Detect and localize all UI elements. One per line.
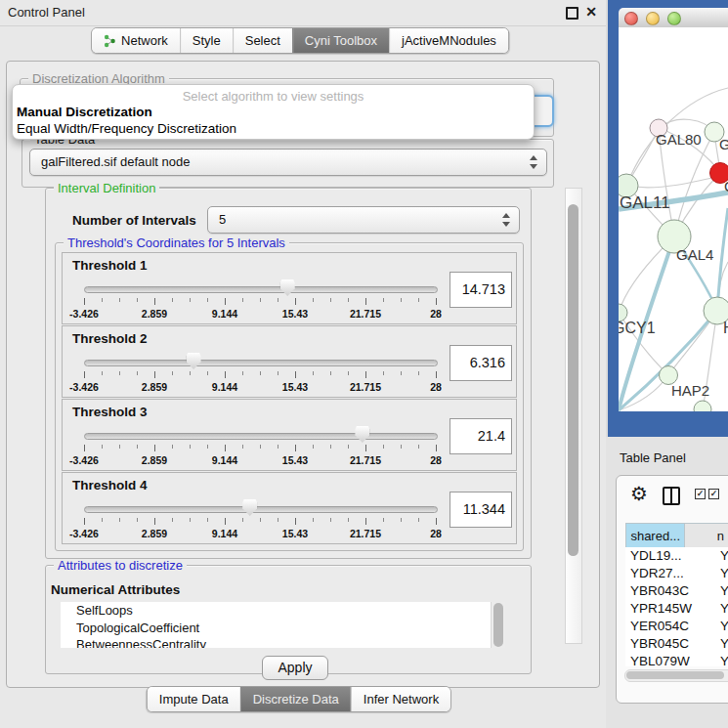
slider-handle[interactable] bbox=[187, 353, 201, 369]
threshold-3-label: Threshold 3 bbox=[72, 405, 148, 419]
slider-track[interactable] bbox=[84, 433, 438, 440]
threshold-4-slider[interactable]: -3.4262.8599.14415.4321.71528 bbox=[84, 501, 436, 540]
tab-select[interactable]: Select bbox=[233, 28, 292, 53]
dropdown-item-equal-width-frequency[interactable]: Equal Width/Frequency Discretization bbox=[17, 121, 236, 136]
scrollbar-thumb[interactable] bbox=[493, 603, 503, 647]
cell-name[interactable]: YPR1 bbox=[720, 600, 728, 618]
scrollbar-thumb[interactable] bbox=[568, 204, 578, 556]
slider-track[interactable] bbox=[84, 360, 438, 366]
threshold-4-value-field[interactable]: 11.344 bbox=[450, 492, 512, 528]
slider-handle[interactable] bbox=[280, 279, 295, 296]
dropdown-placeholder-item[interactable]: Select algorithm to view settings bbox=[13, 89, 534, 104]
close-icon[interactable]: ✕ bbox=[585, 4, 597, 20]
panel-title: Control Panel bbox=[8, 5, 85, 20]
zoom-traffic-light-icon[interactable] bbox=[667, 12, 681, 25]
tab-infer-network[interactable]: Infer Network bbox=[351, 687, 450, 711]
slider-handle[interactable] bbox=[242, 499, 257, 516]
tab-jactivemnodules[interactable]: jActiveMNodules bbox=[389, 28, 508, 53]
cell-name[interactable]: YDL1 bbox=[720, 547, 728, 565]
scrollbar-thumb[interactable] bbox=[626, 671, 724, 679]
slider-track[interactable] bbox=[84, 506, 438, 513]
table-body[interactable]: YDL19...YDL1YDR27...YDR2YBR043CYBR0YPR14… bbox=[625, 547, 728, 666]
tab-cyni-toolbox[interactable]: Cyni Toolbox bbox=[292, 28, 389, 53]
node-label: GAL4 bbox=[676, 246, 713, 263]
node-label: GAL11 bbox=[620, 193, 670, 212]
table-row[interactable]: YDR27...YDR2 bbox=[625, 565, 728, 582]
slider-handle[interactable] bbox=[355, 426, 369, 443]
tab-impute-data[interactable]: Impute Data bbox=[148, 687, 240, 711]
tab-style[interactable]: Style bbox=[180, 28, 233, 53]
threshold-2-value-field[interactable]: 6.316 bbox=[450, 345, 512, 381]
close-traffic-light-icon[interactable] bbox=[624, 12, 638, 25]
number-of-intervals-combobox[interactable]: 5 bbox=[207, 206, 520, 234]
slider-track[interactable] bbox=[84, 286, 438, 293]
numerical-attributes-list[interactable]: SelfLoopsTopologicalCoefficientBetweenne… bbox=[61, 602, 505, 648]
combo-stepper-icon bbox=[502, 212, 511, 228]
table-data-combobox[interactable]: galFiltered.sif default node bbox=[29, 149, 547, 176]
attributes-group-title: Attributes to discretize bbox=[54, 559, 187, 572]
slider-tick-labels: -3.4262.8599.14415.4321.71528 bbox=[84, 528, 436, 539]
threshold-3-panel: Threshold 3 -3.4262.8599.14415.4321.7152… bbox=[62, 399, 517, 471]
node[interactable] bbox=[694, 401, 711, 411]
cell-shared-name[interactable]: YDL19... bbox=[625, 547, 720, 565]
numerical-attributes-heading: Numerical Attributes bbox=[51, 582, 180, 597]
control-panel-tabs: Network Style Select Cyni Toolbox jActiv… bbox=[91, 27, 509, 54]
cell-shared-name[interactable]: YBL079W bbox=[625, 653, 720, 666]
column-header-name[interactable]: n bbox=[685, 523, 728, 549]
threshold-1-value-field[interactable]: 14.713 bbox=[450, 272, 512, 308]
checkbox-icon[interactable]: ✓ bbox=[708, 489, 719, 499]
node-label: HAP2 bbox=[671, 382, 709, 399]
attributes-list-scrollbar[interactable] bbox=[491, 602, 505, 648]
cell-name[interactable]: YBR0 bbox=[720, 582, 728, 600]
threshold-3-value-field[interactable]: 21.4 bbox=[450, 418, 512, 454]
tab-network[interactable]: Network bbox=[92, 28, 180, 53]
gear-icon[interactable]: ⚙ bbox=[630, 484, 648, 503]
attribute-list-item[interactable]: TopologicalCoefficient bbox=[61, 620, 505, 637]
slider-ticks bbox=[84, 445, 436, 452]
attribute-list-item[interactable]: SelfLoops bbox=[61, 602, 505, 620]
table-data-combobox-value: galFiltered.sif default node bbox=[41, 154, 190, 169]
float-window-icon[interactable] bbox=[566, 7, 578, 20]
cell-name[interactable]: YER0 bbox=[720, 618, 728, 635]
cell-shared-name[interactable]: YBR045C bbox=[625, 635, 720, 653]
dropdown-item-manual-discretization[interactable]: Manual Discretization bbox=[17, 105, 152, 119]
table-row[interactable]: YBL079WYBL0 bbox=[625, 653, 728, 666]
tab-discretize-data[interactable]: Discretize Data bbox=[240, 687, 351, 711]
table-row[interactable]: YER054CYER0 bbox=[625, 618, 728, 635]
table-panel-box: ⚙ ✓ ✓ shared... n YDL19...YDL1YDR27...YD… bbox=[616, 475, 728, 704]
cell-shared-name[interactable]: YDR27... bbox=[625, 565, 720, 582]
network-view-canvas[interactable]: GAL80GAGAL11CGAL4GCY1HHAP2 bbox=[619, 27, 728, 411]
number-of-intervals-label: Number of Intervals bbox=[72, 213, 196, 228]
node-label: GA bbox=[719, 136, 728, 152]
cell-shared-name[interactable]: YBR043C bbox=[625, 582, 720, 600]
slider-ticks bbox=[84, 298, 436, 306]
table-row[interactable]: YPR145WYPR1 bbox=[625, 600, 728, 618]
app-root: Control Panel ✕ Network Style Select Cyn… bbox=[0, 0, 728, 728]
columns-icon[interactable] bbox=[663, 487, 680, 505]
slider-tick-labels: -3.4262.8599.14415.4321.71528 bbox=[84, 308, 436, 320]
threshold-1-slider[interactable]: -3.4262.8599.14415.4321.71528 bbox=[84, 281, 436, 321]
cell-name[interactable]: YBL0 bbox=[720, 653, 728, 666]
cell-shared-name[interactable]: YER054C bbox=[625, 618, 720, 635]
content-scrollbar[interactable] bbox=[565, 188, 582, 644]
threshold-2-slider[interactable]: -3.4262.8599.14415.4321.71528 bbox=[84, 355, 436, 394]
tab-label: Infer Network bbox=[364, 687, 439, 711]
table-row[interactable]: YDL19...YDL1 bbox=[625, 547, 728, 565]
column-header-shared-name[interactable]: shared... bbox=[625, 523, 685, 549]
node-label: C bbox=[724, 178, 728, 194]
cell-name[interactable]: YBR0 bbox=[720, 635, 728, 653]
cell-name[interactable]: YDR2 bbox=[720, 565, 728, 582]
table-row[interactable]: YBR045CYBR0 bbox=[625, 635, 728, 653]
node-label: GCY1 bbox=[619, 320, 656, 336]
slider-ticks bbox=[84, 518, 436, 526]
table-horizontal-scrollbar[interactable] bbox=[624, 669, 728, 682]
minimize-traffic-light-icon[interactable] bbox=[646, 12, 660, 25]
cell-shared-name[interactable]: YPR145W bbox=[625, 600, 720, 618]
threshold-3-slider[interactable]: -3.4262.8599.14415.4321.71528 bbox=[84, 428, 436, 467]
apply-button[interactable]: Apply bbox=[262, 656, 328, 680]
attribute-list-item[interactable]: BetweennessCentrality bbox=[61, 636, 505, 648]
tab-label: Impute Data bbox=[159, 687, 229, 711]
table-row[interactable]: YBR043CYBR0 bbox=[625, 582, 728, 600]
network-window-titlebar[interactable] bbox=[619, 8, 728, 28]
checkbox-icon[interactable]: ✓ bbox=[695, 489, 706, 499]
